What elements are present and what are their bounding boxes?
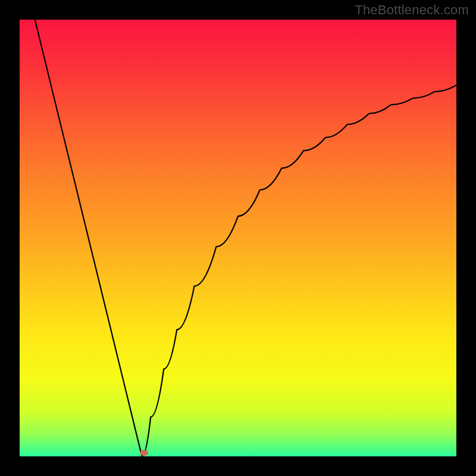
minimum-marker: [140, 450, 148, 456]
watermark-label: TheBottleneck.com: [355, 2, 469, 18]
bottleneck-chart: [0, 0, 476, 476]
chart-frame: TheBottleneck.com: [0, 0, 476, 476]
plot-background: [20, 20, 456, 456]
